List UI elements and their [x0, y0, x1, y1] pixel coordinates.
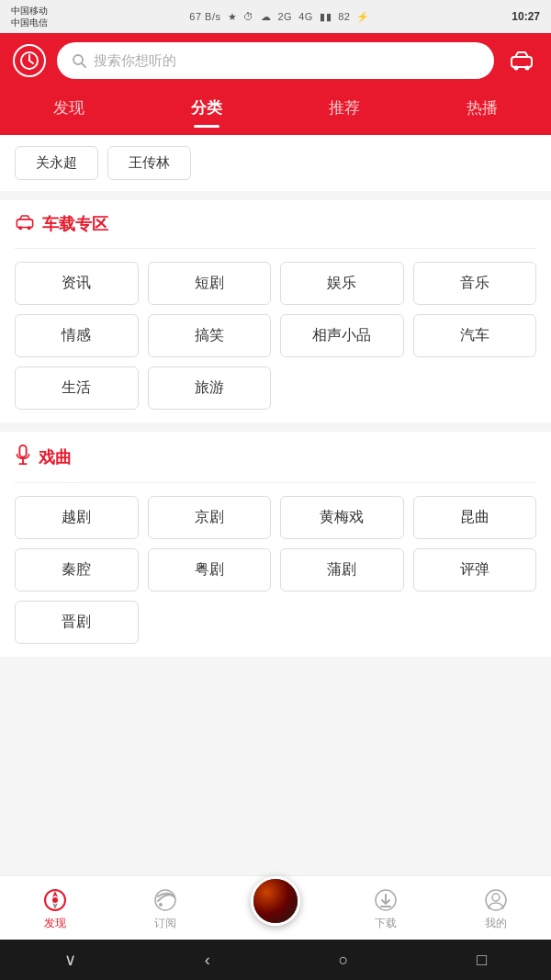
- car-tag-grid: 资讯 短剧 娱乐 音乐 情感 搞笑 相声小品 汽车 生活 旅游: [15, 262, 536, 410]
- section-car: 车载专区 资讯 短剧 娱乐 音乐 情感 搞笑 相声小品 汽车 生活 旅游: [0, 200, 551, 422]
- status-time: 10:27: [512, 10, 540, 23]
- tab-category[interactable]: 分类: [173, 92, 241, 124]
- nav-item-download[interactable]: 下载: [331, 887, 441, 931]
- android-nav-bar: ∨ ‹ ○ □: [0, 940, 551, 980]
- car-button[interactable]: [505, 44, 538, 77]
- android-home[interactable]: ○: [339, 951, 349, 970]
- compass-icon: [42, 887, 68, 913]
- svg-point-9: [18, 226, 22, 230]
- nav-item-discover[interactable]: 发现: [0, 887, 110, 931]
- section-title-opera: 戏曲: [15, 445, 536, 469]
- nav-tabs: 发现 分类 推荐 热播: [0, 88, 551, 135]
- rss-icon: [152, 887, 178, 913]
- svg-rect-8: [17, 219, 32, 227]
- tag-qinggan[interactable]: 情感: [15, 314, 139, 357]
- carrier-info: 中国移动 中国电信: [11, 5, 48, 28]
- player-avatar[interactable]: [251, 876, 300, 926]
- search-icon: [72, 53, 86, 68]
- section-opera: 戏曲 越剧 京剧 黄梅戏 昆曲 秦腔 粤剧 蒲剧 评弹 晋剧: [0, 432, 551, 657]
- svg-point-18: [159, 903, 163, 907]
- content-area: 关永超 王传林 车载专区 资讯 短剧 娱乐 音乐 情感 搞笑 相声小品: [0, 135, 551, 980]
- tag-qiche[interactable]: 汽车: [413, 314, 537, 357]
- nav-item-mine[interactable]: 我的: [441, 887, 551, 931]
- names-row: 关永超 王传林: [0, 135, 551, 191]
- mic-section-icon: [15, 445, 31, 469]
- download-icon: [373, 887, 399, 913]
- user-icon: [483, 887, 509, 913]
- divider-opera: [15, 482, 536, 483]
- name-tag-guanyongchao[interactable]: 关永超: [15, 146, 98, 180]
- tab-recommend[interactable]: 推荐: [310, 92, 378, 124]
- divider-car: [15, 248, 536, 249]
- tag-xiangsheng[interactable]: 相声小品: [280, 314, 404, 357]
- android-chevron[interactable]: ∨: [64, 950, 76, 970]
- tag-jingju[interactable]: 京剧: [148, 496, 272, 539]
- car-section-icon: [15, 214, 35, 235]
- tag-qinqiang[interactable]: 秦腔: [15, 548, 139, 591]
- svg-point-7: [525, 66, 530, 71]
- tag-kunqu[interactable]: 昆曲: [413, 496, 537, 539]
- nav-label-download: 下载: [375, 916, 397, 931]
- tab-hot[interactable]: 热播: [448, 92, 516, 124]
- tag-pingtan[interactable]: 评弹: [413, 548, 537, 591]
- status-center-info: 67 B/s ★ ⏱ ☁ 2G 4G ▮▮ 82 ⚡: [189, 11, 370, 23]
- tag-yueju2[interactable]: 粤剧: [148, 548, 272, 591]
- nav-label-subscribe: 订阅: [154, 916, 176, 931]
- svg-rect-11: [19, 445, 26, 457]
- clock-button[interactable]: [13, 44, 46, 77]
- tag-gaoxiao[interactable]: 搞笑: [148, 314, 272, 357]
- tag-huangmeixi[interactable]: 黄梅戏: [280, 496, 404, 539]
- svg-point-24: [492, 894, 500, 901]
- android-recent[interactable]: □: [477, 951, 487, 970]
- tag-yueju[interactable]: 越剧: [15, 496, 139, 539]
- nav-label-mine: 我的: [485, 916, 507, 931]
- app-header: 搜索你想听的: [0, 33, 551, 88]
- svg-marker-17: [52, 903, 58, 909]
- status-bar: 中国移动 中国电信 67 B/s ★ ⏱ ☁ 2G 4G ▮▮ 82 ⚡ 10:…: [0, 0, 551, 33]
- svg-line-2: [29, 61, 33, 63]
- tag-zixun[interactable]: 资讯: [15, 262, 139, 305]
- svg-rect-5: [512, 57, 532, 67]
- search-placeholder: 搜索你想听的: [94, 52, 176, 70]
- nav-label-discover: 发现: [44, 916, 66, 931]
- bottom-nav: 发现 订阅 下载: [0, 875, 551, 940]
- svg-point-15: [52, 897, 58, 903]
- nav-item-subscribe[interactable]: 订阅: [110, 887, 220, 931]
- svg-point-6: [514, 66, 519, 71]
- nav-item-player[interactable]: [220, 893, 331, 926]
- tag-jinju[interactable]: 晋剧: [15, 601, 139, 644]
- tag-shenghuo[interactable]: 生活: [15, 366, 139, 410]
- tag-duanju[interactable]: 短剧: [148, 262, 272, 305]
- svg-marker-16: [52, 891, 58, 897]
- name-tag-wangchuanlin[interactable]: 王传林: [107, 146, 191, 180]
- svg-line-4: [82, 63, 85, 67]
- section-title-car: 车载专区: [15, 213, 536, 235]
- tab-discover[interactable]: 发现: [35, 92, 103, 124]
- tag-lvyou[interactable]: 旅游: [148, 366, 272, 410]
- opera-tag-grid: 越剧 京剧 黄梅戏 昆曲 秦腔 粤剧 蒲剧 评弹 晋剧: [15, 496, 536, 644]
- tag-yinyue[interactable]: 音乐: [413, 262, 537, 305]
- tag-puju[interactable]: 蒲剧: [280, 548, 404, 591]
- search-bar[interactable]: 搜索你想听的: [57, 42, 494, 79]
- tag-yule[interactable]: 娱乐: [280, 262, 404, 305]
- android-back[interactable]: ‹: [205, 951, 210, 970]
- svg-point-10: [28, 226, 31, 230]
